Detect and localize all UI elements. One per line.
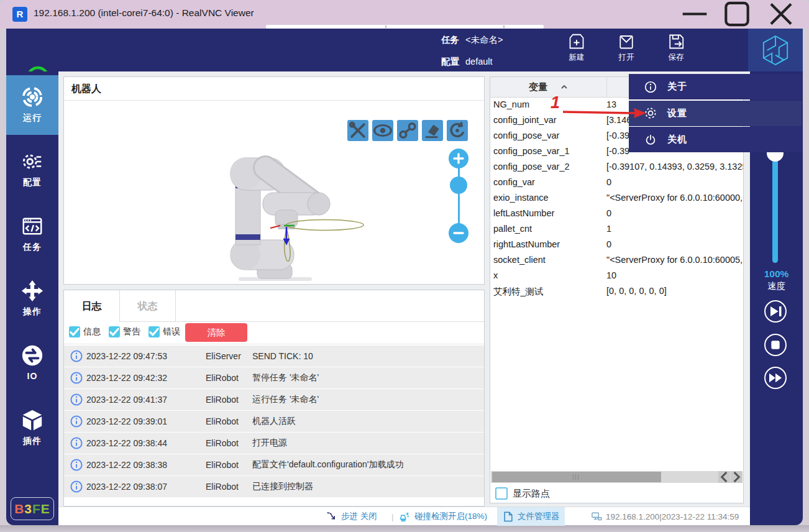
show-waypoints-row: 显示路点 — [495, 487, 550, 500]
zoom-slider-knob[interactable] — [450, 177, 467, 194]
log-message: SEND TICK: 10 — [252, 351, 313, 361]
scrollbar-thumb[interactable] — [492, 472, 661, 482]
variable-name: 艾利特_测试 — [493, 286, 544, 298]
task-value: <未命名> — [465, 35, 503, 45]
sidebar-item-label: 运行 — [6, 112, 58, 124]
vnc-toolbar-strip[interactable] — [266, 25, 544, 29]
variable-row[interactable]: config_pose_var_2 [-0.39107, 0.14393, 0.… — [490, 160, 743, 175]
badge-letter: B — [14, 502, 24, 516]
log-row: 2023-12-22 09:38:38 EliRobot 配置文件'defaul… — [64, 454, 484, 475]
variable-name: socket_client — [493, 255, 546, 265]
robot-tool-path-icon[interactable] — [397, 120, 418, 141]
variable-row[interactable]: x 10 — [490, 268, 743, 284]
robot-3d-panel: 机器人 — [63, 76, 485, 285]
horizontal-scrollbar[interactable] — [491, 471, 743, 483]
filter-checkbox[interactable] — [109, 326, 120, 337]
log-source: EliRobot — [206, 373, 239, 383]
log-tabs: 日志 状态 — [64, 290, 484, 322]
file-manager-button[interactable]: 文件管理器 — [497, 507, 565, 526]
action-label: 新建 — [557, 52, 596, 63]
scroll-right-button[interactable] — [731, 471, 743, 483]
robot-arm-3d-view[interactable] — [224, 153, 429, 287]
sidebar-item-label: IO — [6, 371, 58, 381]
config-value: default — [465, 57, 493, 66]
robot-tool-tools-icon[interactable] — [347, 120, 368, 141]
app-menu-button[interactable] — [748, 29, 803, 71]
minimize-button[interactable] — [680, 0, 709, 28]
tab-status[interactable]: 状态 — [120, 290, 176, 322]
show-waypoints-label: 显示路点 — [513, 488, 550, 500]
log-filter-row: 信息 警告 错误 清除 — [64, 322, 484, 344]
log-filter: 警告 — [109, 326, 140, 337]
variable-row[interactable]: rightLastNumber 0 — [490, 237, 743, 253]
power-icon — [644, 133, 657, 147]
robot-tool-reset-view-icon[interactable] — [447, 120, 468, 141]
variable-value: 10 — [606, 270, 743, 280]
sidebar-item-run[interactable]: 运行 — [6, 75, 58, 135]
topbar-action-button[interactable]: 保存 — [656, 32, 696, 70]
log-message: 配置文件'default.configuration'加载成功 — [252, 459, 403, 470]
scroll-left-button[interactable] — [718, 471, 730, 483]
info-circle-icon — [70, 372, 83, 384]
sidebar-item-operate[interactable]: 操作 — [6, 269, 58, 329]
variable-row[interactable]: 艾利特_测试 [0, 0, 0, 0, 0, 0] — [490, 284, 743, 300]
playback-skip-next-icon[interactable] — [764, 300, 787, 323]
config-icon — [21, 150, 44, 173]
topbar-action-button[interactable]: 打开 — [606, 32, 646, 70]
sidebar-item-plugin[interactable]: 插件 — [6, 398, 58, 458]
topbar-action-button[interactable]: 新建 — [557, 32, 596, 70]
variable-name: exio_instance — [493, 193, 549, 203]
run-icon — [21, 85, 44, 109]
window-bottom-edge — [0, 525, 809, 532]
sidebar-item-io[interactable]: IO — [6, 334, 58, 393]
close-button[interactable] — [767, 0, 795, 28]
info-circle-icon — [70, 480, 83, 493]
speed-slider-track[interactable] — [772, 151, 778, 263]
variable-row[interactable]: pallet_cnt 1 — [490, 222, 743, 237]
variable-name: config_pose_var — [493, 131, 559, 140]
log-source: EliRobot — [206, 460, 239, 470]
filter-label: 信息 — [83, 326, 101, 337]
realvnc-logo-icon: R — [12, 7, 27, 22]
variable-row[interactable]: socket_client "<ServerProxy for 6.0.0.10… — [490, 253, 743, 268]
zoom-in-button[interactable] — [449, 149, 468, 168]
log-message: 打开电源 — [252, 438, 287, 449]
menu-item-gear[interactable]: 设置 — [629, 101, 802, 126]
step-mode-status[interactable]: 步进 关闭 — [326, 507, 377, 526]
variable-value: 0 — [606, 239, 743, 249]
variable-value: 1 — [606, 224, 743, 234]
statusbar: 步进 关闭 | 碰撞检测开启(18%) 文件管理器 192.168.1.200|… — [58, 507, 750, 525]
log-row: 2023-12-22 09:38:07 EliRobot 已连接到控制器 — [64, 476, 484, 497]
variable-name: leftLastNumber — [493, 208, 554, 218]
menu-item-info[interactable]: 关于 — [629, 74, 802, 99]
maximize-button[interactable] — [723, 0, 751, 28]
robot-tool-eye-icon[interactable] — [372, 120, 393, 141]
sidebar-item-task[interactable]: 任务 — [6, 204, 58, 264]
variable-row[interactable]: exio_instance "<ServerProxy for 6.0.0.10… — [490, 191, 743, 206]
variable-row[interactable]: leftLastNumber 0 — [490, 206, 743, 222]
variable-row[interactable]: config_var 0 — [490, 175, 743, 191]
robot-panel-title: 机器人 — [64, 77, 484, 101]
log-row: 2023-12-22 09:47:53 EliServer SEND TICK:… — [64, 346, 484, 367]
robot-tool-eraser-icon[interactable] — [422, 120, 443, 141]
sidebar-item-label: 插件 — [6, 436, 58, 447]
save-icon — [667, 32, 685, 51]
log-filter: 错误 — [149, 326, 180, 337]
zoom-out-button[interactable] — [449, 223, 468, 243]
clear-log-button[interactable]: 清除 — [185, 323, 247, 342]
playback-stop-icon[interactable] — [764, 334, 787, 356]
config-field: 配置default — [441, 56, 493, 68]
show-waypoints-checkbox[interactable] — [495, 487, 508, 500]
log-source: EliRobot — [206, 395, 239, 405]
badge-letter: E — [41, 502, 50, 516]
sidebar-item-config[interactable]: 配置 — [6, 140, 58, 200]
variable-name: pallet_cnt — [493, 224, 532, 234]
collision-status[interactable]: 碰撞检测开启(18%) — [399, 507, 487, 526]
playback-fast-forward-icon[interactable] — [764, 367, 787, 389]
filter-checkbox[interactable] — [149, 326, 160, 337]
tab-log[interactable]: 日志 — [64, 290, 120, 322]
menu-item-power[interactable]: 关机 — [629, 127, 802, 152]
filter-checkbox[interactable] — [69, 326, 80, 337]
log-row: 2023-12-22 09:42:32 EliRobot 暂停任务 '未命名' — [64, 367, 484, 388]
file-icon — [502, 510, 514, 523]
